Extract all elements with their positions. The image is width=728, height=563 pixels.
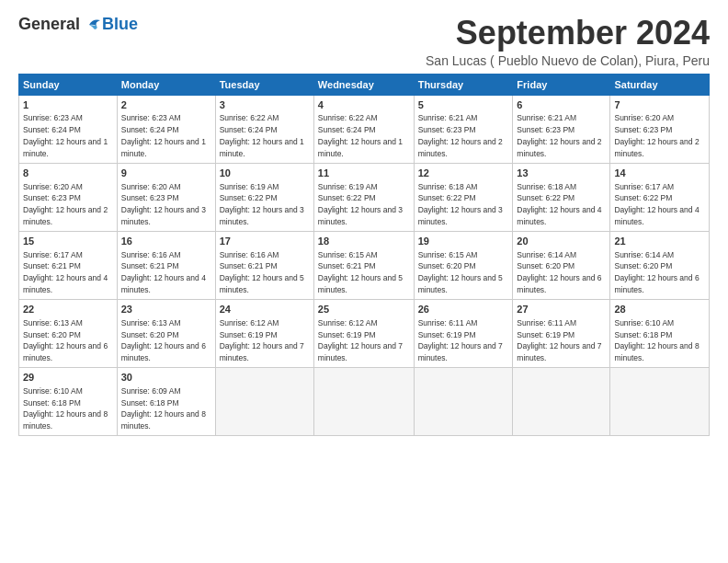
day-number: 25 [318,303,410,316]
sunrise-info: Sunrise: 6:16 AM [121,250,181,259]
day-number: 12 [418,167,509,180]
sunset-info: Sunset: 6:23 PM [23,193,81,202]
sunset-info: Sunset: 6:23 PM [614,125,672,134]
day-number: 30 [121,371,211,385]
sunset-info: Sunset: 6:24 PM [121,125,179,134]
day-number: 21 [614,235,705,248]
calendar-cell: 30Sunrise: 6:09 AMSunset: 6:18 PMDayligh… [117,367,215,435]
main-title: September 2024 [426,15,710,52]
sunset-info: Sunset: 6:23 PM [121,193,179,202]
calendar-cell: 14Sunrise: 6:17 AMSunset: 6:22 PMDayligh… [610,163,710,231]
daylight-label: Daylight: 12 hours and 3 minutes. [121,205,206,226]
daylight-label: Daylight: 12 hours and 1 minute. [318,137,403,158]
daylight-label: Daylight: 12 hours and 4 minutes. [517,205,601,226]
daylight-label: Daylight: 12 hours and 3 minutes. [418,205,503,226]
daylight-label: Daylight: 12 hours and 8 minutes. [614,341,699,362]
calendar-cell: 13Sunrise: 6:18 AMSunset: 6:22 PMDayligh… [513,163,610,231]
sunset-info: Sunset: 6:24 PM [318,125,376,134]
sunrise-info: Sunrise: 6:10 AM [614,318,674,327]
sunset-info: Sunset: 6:21 PM [318,261,376,270]
daylight-label: Daylight: 12 hours and 2 minutes. [418,137,503,158]
sunrise-info: Sunrise: 6:18 AM [418,182,478,191]
daylight-label: Daylight: 12 hours and 7 minutes. [418,341,503,362]
day-number: 9 [121,167,211,180]
daylight-label: Daylight: 12 hours and 1 minute. [23,137,108,158]
sunset-info: Sunset: 6:19 PM [220,330,278,339]
calendar-cell [513,367,610,435]
daylight-label: Daylight: 12 hours and 1 minute. [121,137,206,158]
sunrise-info: Sunrise: 6:11 AM [517,318,576,327]
calendar-week-row: 1Sunrise: 6:23 AMSunset: 6:24 PMDaylight… [19,95,710,163]
sunset-info: Sunset: 6:20 PM [614,261,672,270]
sunset-info: Sunset: 6:20 PM [121,330,179,339]
daylight-label: Daylight: 12 hours and 5 minutes. [318,273,403,294]
calendar-cell: 15Sunrise: 6:17 AMSunset: 6:21 PMDayligh… [19,231,118,299]
day-number: 16 [121,235,211,248]
sunrise-info: Sunrise: 6:23 AM [121,113,181,122]
calendar-cell: 29Sunrise: 6:10 AMSunset: 6:18 PMDayligh… [19,367,118,435]
day-number: 27 [517,303,606,316]
sunrise-info: Sunrise: 6:22 AM [220,113,279,122]
calendar-cell: 23Sunrise: 6:13 AMSunset: 6:20 PMDayligh… [117,299,215,367]
daylight-label: Daylight: 12 hours and 2 minutes. [614,137,699,158]
calendar-header-friday: Friday [513,74,610,95]
logo-general-text: General [18,15,80,34]
page: General Blue September 2024 San Lucas ( … [0,0,728,563]
sunset-info: Sunset: 6:23 PM [418,125,476,134]
calendar-cell: 26Sunrise: 6:11 AMSunset: 6:19 PMDayligh… [414,299,513,367]
calendar-cell: 10Sunrise: 6:19 AMSunset: 6:22 PMDayligh… [215,163,313,231]
sunrise-info: Sunrise: 6:22 AM [318,113,378,122]
sunset-info: Sunset: 6:19 PM [517,330,574,339]
calendar-header-sunday: Sunday [19,74,118,95]
sunset-info: Sunset: 6:24 PM [23,125,81,134]
daylight-label: Daylight: 12 hours and 5 minutes. [418,273,503,294]
daylight-label: Daylight: 12 hours and 8 minutes. [121,409,206,431]
calendar-cell: 19Sunrise: 6:15 AMSunset: 6:20 PMDayligh… [414,231,513,299]
sunrise-info: Sunrise: 6:19 AM [220,182,279,191]
calendar-header-monday: Monday [117,74,215,95]
calendar-week-row: 15Sunrise: 6:17 AMSunset: 6:21 PMDayligh… [19,231,710,299]
sunset-info: Sunset: 6:21 PM [220,261,278,270]
sunset-info: Sunset: 6:18 PM [23,398,81,408]
daylight-label: Daylight: 12 hours and 7 minutes. [517,341,601,362]
calendar-cell [610,367,710,435]
calendar-cell: 24Sunrise: 6:12 AMSunset: 6:19 PMDayligh… [215,299,313,367]
daylight-label: Daylight: 12 hours and 2 minutes. [517,137,601,158]
sunrise-info: Sunrise: 6:12 AM [220,318,279,327]
calendar-cell: 5Sunrise: 6:21 AMSunset: 6:23 PMDaylight… [414,95,513,163]
calendar-cell: 9Sunrise: 6:20 AMSunset: 6:23 PMDaylight… [117,163,215,231]
calendar-cell: 22Sunrise: 6:13 AMSunset: 6:20 PMDayligh… [19,299,118,367]
calendar-header-tuesday: Tuesday [215,74,313,95]
title-section: September 2024 San Lucas ( Pueblo Nuevo … [426,15,710,68]
day-number: 26 [418,303,509,316]
header: General Blue September 2024 San Lucas ( … [18,15,710,68]
daylight-label: Daylight: 12 hours and 6 minutes. [517,273,601,294]
daylight-label: Daylight: 12 hours and 3 minutes. [220,205,304,226]
day-number: 4 [318,98,410,112]
day-number: 22 [23,303,113,316]
sunrise-info: Sunrise: 6:14 AM [517,250,576,259]
sunset-info: Sunset: 6:21 PM [121,261,179,270]
day-number: 8 [23,167,113,180]
day-number: 1 [23,98,113,112]
sunset-info: Sunset: 6:18 PM [614,330,672,339]
sunrise-info: Sunrise: 6:13 AM [121,318,181,327]
calendar-cell: 17Sunrise: 6:16 AMSunset: 6:21 PMDayligh… [215,231,313,299]
daylight-label: Daylight: 12 hours and 7 minutes. [318,341,403,362]
day-number: 19 [418,235,509,248]
daylight-label: Daylight: 12 hours and 4 minutes. [614,205,699,226]
sunrise-info: Sunrise: 6:16 AM [220,250,279,259]
sunrise-info: Sunrise: 6:20 AM [614,113,674,122]
day-number: 28 [614,303,705,316]
day-number: 18 [318,235,410,248]
sunrise-info: Sunrise: 6:20 AM [23,182,83,191]
logo: General Blue [18,15,138,34]
day-number: 20 [517,235,606,248]
sunrise-info: Sunrise: 6:20 AM [121,182,181,191]
calendar-cell: 27Sunrise: 6:11 AMSunset: 6:19 PMDayligh… [513,299,610,367]
calendar-cell: 18Sunrise: 6:15 AMSunset: 6:21 PMDayligh… [313,231,414,299]
sunset-info: Sunset: 6:18 PM [121,398,179,408]
calendar-cell: 28Sunrise: 6:10 AMSunset: 6:18 PMDayligh… [610,299,710,367]
daylight-label: Daylight: 12 hours and 5 minutes. [220,273,304,294]
sunrise-info: Sunrise: 6:17 AM [614,182,674,191]
